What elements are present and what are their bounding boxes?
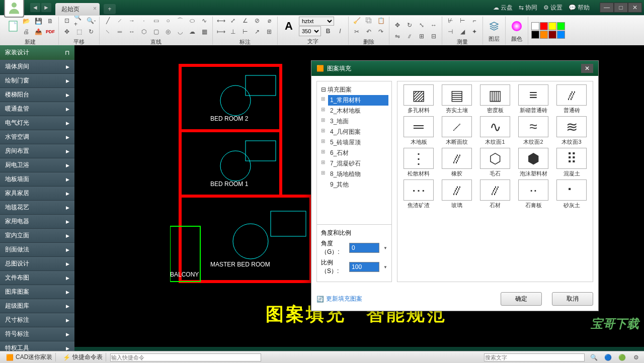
dim-linear-icon[interactable]: ⟷ xyxy=(216,16,226,26)
sidebar-item-18[interactable]: 尺寸标注▶ xyxy=(0,313,74,327)
tolerance-icon[interactable]: ⊞ xyxy=(264,27,274,37)
sidebar-item-14[interactable]: 总图设计▶ xyxy=(0,257,74,271)
tree-root[interactable]: ⊟ 填充图案 xyxy=(320,84,388,95)
pattern-5[interactable]: ═木地板 xyxy=(400,116,437,146)
color-swatch-7[interactable] xyxy=(557,31,565,39)
tree-item-5[interactable]: 6_石材 xyxy=(328,148,388,158)
pattern-16[interactable]: ⫽玻璃 xyxy=(439,179,475,209)
search-input[interactable] xyxy=(484,353,585,361)
pattern-2[interactable]: ▥密度板 xyxy=(477,84,513,114)
sidebar-item-9[interactable]: 家具家居▶ xyxy=(0,187,74,201)
dim-baseline-icon[interactable]: ⊥ xyxy=(228,27,238,37)
sidebar-item-0[interactable]: 墙体房间▶ xyxy=(0,60,74,74)
sidebar-item-2[interactable]: 楼梯阳台▶ xyxy=(0,88,74,102)
font-select[interactable]: hztxt xyxy=(299,17,334,26)
tree-item-7[interactable]: 8_场地植物 xyxy=(328,169,388,179)
explode-icon[interactable]: ✦ xyxy=(469,27,479,37)
pattern-9[interactable]: ≋木纹面3 xyxy=(553,116,590,146)
menu-cloud[interactable]: ☁ 云盘 xyxy=(493,4,513,12)
leader-icon[interactable]: ↗ xyxy=(252,27,262,37)
dialog-titlebar[interactable]: 🟧 图案填充 ✕ xyxy=(311,61,598,76)
pattern-8[interactable]: ≈木纹面2 xyxy=(515,116,551,146)
color-swatch-2[interactable] xyxy=(548,22,556,30)
xline-icon[interactable]: ↔ xyxy=(127,27,137,37)
status-icon-1[interactable]: 🔵 xyxy=(603,352,613,362)
italic-button[interactable]: I xyxy=(335,26,345,36)
shortcut-table-button[interactable]: ⚡ 快捷命令表 xyxy=(60,353,106,361)
scale-input[interactable] xyxy=(349,262,379,272)
pan-icon[interactable]: ✥ xyxy=(62,27,72,37)
dim-diameter-icon[interactable]: ⌀ xyxy=(264,16,274,26)
print-icon[interactable]: 🖨 xyxy=(21,27,31,37)
pattern-7[interactable]: ∿木纹面1 xyxy=(477,116,513,146)
nav-forward-button[interactable]: ► xyxy=(41,3,51,12)
pattern-6[interactable]: ⟋木断面纹 xyxy=(439,116,475,146)
open-icon[interactable]: 📂 xyxy=(21,16,31,26)
app-name[interactable]: 🟧 CAD迷你家装 xyxy=(3,353,56,361)
sidebar-item-6[interactable]: 房间布置▶ xyxy=(0,144,74,158)
sidebar-item-1[interactable]: 绘制门窗▶ xyxy=(0,74,74,88)
donut-icon[interactable]: ◎ xyxy=(163,27,173,37)
pattern-12[interactable]: ⬡毛石 xyxy=(477,148,513,177)
mirror-icon[interactable]: ⇋ xyxy=(392,31,403,41)
dim-continue-icon[interactable]: ⟼ xyxy=(216,27,226,37)
hatch-icon[interactable]: ▦ xyxy=(199,27,209,37)
color-swatch-0[interactable] xyxy=(531,22,539,30)
window-minimize-button[interactable]: — xyxy=(600,3,614,13)
tree-item-4[interactable]: 5_砖墙屋顶 xyxy=(328,137,388,148)
pin-icon[interactable]: ⊓ xyxy=(65,49,69,56)
dialog-close-button[interactable]: ✕ xyxy=(581,64,593,73)
tree-item-2[interactable]: 3_地面 xyxy=(328,116,388,127)
tree-item-6[interactable]: 7_混凝砂石 xyxy=(328,158,388,169)
pattern-13[interactable]: ⬢泡沫塑料材 xyxy=(515,148,551,177)
ok-button[interactable]: 确定 xyxy=(501,292,542,306)
pattern-19[interactable]: ⠂砂灰土 xyxy=(553,179,590,209)
zoom-window-icon[interactable]: ⬚ xyxy=(74,27,84,37)
color-swatch-5[interactable] xyxy=(540,31,548,39)
saveas-icon[interactable]: 🗎 xyxy=(45,16,55,26)
pattern-18[interactable]: ··石膏板 xyxy=(515,179,551,209)
stretch-icon[interactable]: ↔ xyxy=(429,20,439,30)
dim-angular-icon[interactable]: ∠ xyxy=(240,16,250,26)
sidebar-item-5[interactable]: 水管空调▶ xyxy=(0,130,74,144)
erase-icon[interactable]: 🧹 xyxy=(352,16,362,26)
ray-icon[interactable]: → xyxy=(127,16,137,26)
paste-icon[interactable]: 📋 xyxy=(376,16,386,26)
rect2-icon[interactable]: ▢ xyxy=(151,27,161,37)
sidebar-item-7[interactable]: 厨电卫浴▶ xyxy=(0,158,74,172)
export-icon[interactable]: 📤 xyxy=(33,27,43,37)
pattern-4[interactable]: ⫽普通砖 xyxy=(553,84,590,114)
sidebar-item-17[interactable]: 超级图库▶ xyxy=(0,299,74,313)
pattern-1[interactable]: ▤夯实土壤 xyxy=(439,84,475,114)
fontsize-select[interactable]: 350 xyxy=(299,26,321,36)
polyline-icon[interactable]: ⟋ xyxy=(115,16,125,26)
status-icon-3[interactable]: ⚙ xyxy=(631,352,641,362)
sidebar-item-15[interactable]: 文件布图▶ xyxy=(0,271,74,285)
spline-icon[interactable]: ∿ xyxy=(199,16,209,26)
window-maximize-button[interactable]: □ xyxy=(614,3,628,13)
refresh-patterns-link[interactable]: 🔄 更新填充图案 xyxy=(316,295,362,303)
rect-icon[interactable]: ▭ xyxy=(151,16,161,26)
sidebar-item-3[interactable]: 暖通盘管▶ xyxy=(0,102,74,116)
sidebar-header[interactable]: 家装设计⊓ xyxy=(0,45,74,60)
angle-input[interactable] xyxy=(349,243,379,253)
tree-item-1[interactable]: 2_木材地板 xyxy=(328,106,388,116)
tree-item-8[interactable]: 9_其他 xyxy=(328,179,388,190)
dim-ordinate-icon[interactable]: ⊢ xyxy=(240,27,250,37)
tab-close-icon[interactable]: × xyxy=(93,5,97,12)
array-icon[interactable]: ⊞ xyxy=(417,31,427,41)
trim-icon[interactable]: ⊬ xyxy=(445,16,455,26)
move-icon[interactable]: ✥ xyxy=(392,20,403,30)
line2-icon[interactable]: ⟍ xyxy=(103,27,113,37)
line-icon[interactable]: ╱ xyxy=(103,16,113,26)
chamfer-icon[interactable]: ◢ xyxy=(457,27,467,37)
pdf-icon[interactable]: PDF xyxy=(45,27,55,37)
polygon-icon[interactable]: ⬡ xyxy=(139,27,149,37)
sidebar-item-10[interactable]: 地毯花艺▶ xyxy=(0,201,74,215)
pattern-17[interactable]: ⫽石材 xyxy=(477,179,513,209)
pattern-3[interactable]: ≡新砌普通砖 xyxy=(515,84,551,114)
copy-icon[interactable]: ⿻ xyxy=(364,16,374,26)
tree-item-3[interactable]: 4_几何图案 xyxy=(328,127,388,137)
mline-icon[interactable]: ═ xyxy=(115,27,125,37)
color-wheel-icon[interactable] xyxy=(509,18,525,34)
